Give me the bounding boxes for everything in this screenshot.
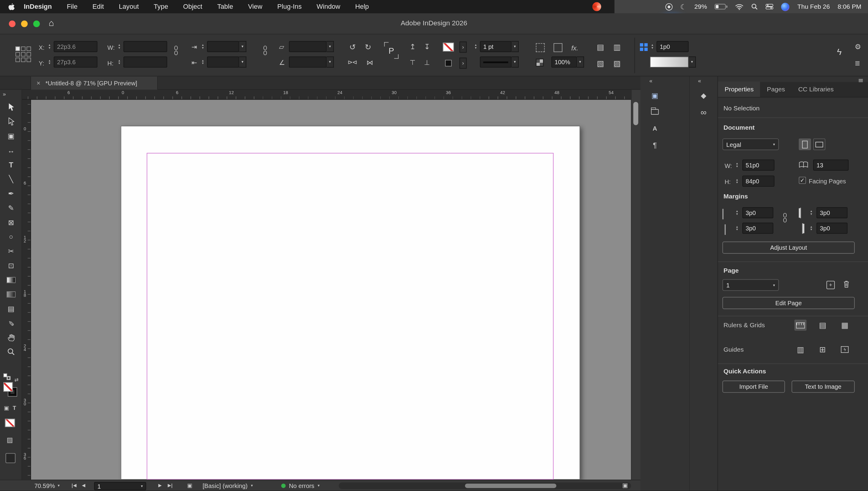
pencil-tool[interactable]: ✎: [0, 201, 22, 215]
stroke-style-combo[interactable]: [480, 56, 512, 67]
column-guides-icon[interactable]: ▥: [795, 344, 807, 355]
smart-guides-icon[interactable]: ϟ: [839, 344, 851, 355]
control-center-icon[interactable]: [766, 4, 774, 9]
screen-mode-button[interactable]: [5, 453, 16, 463]
doc-w-stepper[interactable]: [735, 160, 740, 171]
eyedropper-tool[interactable]: ✎: [0, 316, 22, 330]
fill-color-swatch[interactable]: [445, 60, 452, 66]
pen-tool[interactable]: ✒: [0, 186, 22, 201]
frame-options-icon[interactable]: [554, 43, 562, 52]
first-page-button[interactable]: ◀: [72, 484, 76, 488]
gear-icon[interactable]: ⚙: [855, 43, 861, 50]
opacity-caret[interactable]: [577, 56, 584, 67]
page-fit-icon[interactable]: ▣: [622, 483, 628, 489]
y-stepper[interactable]: [47, 56, 52, 67]
focus-moon-icon[interactable]: ☾: [680, 3, 687, 10]
scale-x-combo[interactable]: [207, 41, 239, 52]
scale-y-caret[interactable]: [239, 56, 246, 67]
paragraph-styles-panel-icon[interactable]: ¶: [647, 139, 662, 152]
stroke-weight-combo[interactable]: 1 pt: [480, 41, 512, 52]
fill-proxy-none-swatch[interactable]: [3, 382, 13, 392]
doc-h-stepper[interactable]: [735, 176, 740, 187]
orientation-landscape-button[interactable]: [813, 139, 825, 150]
menubar-app-name[interactable]: InDesign: [24, 3, 52, 10]
menu-help[interactable]: Help: [355, 3, 369, 10]
margin-top-field[interactable]: 3p0: [742, 207, 773, 219]
stroke-weight-caret[interactable]: [512, 41, 519, 52]
stroke-style-caret[interactable]: [512, 56, 519, 67]
margin-top-stepper[interactable]: [735, 207, 740, 219]
swap-fill-stroke-icon[interactable]: ⇄: [14, 378, 19, 383]
text-wrap-none-icon[interactable]: ▤: [597, 43, 604, 51]
add-page-button[interactable]: +: [827, 281, 835, 289]
hand-tool[interactable]: [0, 330, 22, 345]
text-to-image-button[interactable]: Text to Image: [792, 381, 855, 393]
margin-right-field[interactable]: 3p0: [816, 207, 847, 219]
expand-dock-icon[interactable]: «: [649, 78, 652, 84]
rotate-cw-button[interactable]: ↻: [365, 43, 371, 51]
swatch-preview-combo[interactable]: [650, 56, 689, 67]
apply-gradient-icon[interactable]: ▨: [7, 436, 13, 443]
note-tool[interactable]: ▤: [0, 301, 22, 316]
anchor-top-icon[interactable]: ⊤: [410, 59, 415, 66]
create-guides-icon[interactable]: ⊞: [816, 344, 829, 355]
selection-tool[interactable]: [0, 100, 22, 114]
gap-tool[interactable]: ↔: [0, 143, 22, 157]
menu-edit[interactable]: Edit: [93, 3, 104, 10]
x-stepper[interactable]: [47, 41, 52, 52]
constrain-scale-link-icon[interactable]: [262, 46, 268, 56]
menubar-date[interactable]: Thu Feb 26: [797, 3, 830, 10]
menu-window[interactable]: Window: [317, 3, 340, 10]
screen-record-icon[interactable]: [665, 3, 673, 10]
swatch-preview-caret[interactable]: [689, 56, 696, 67]
type-tool[interactable]: T: [0, 157, 22, 172]
tab-properties[interactable]: Properties: [718, 81, 760, 97]
rectangle-frame-tool[interactable]: ⊠: [0, 215, 22, 230]
document-tab[interactable]: × *Untitled-8 @ 71% [GPU Preview]: [30, 76, 158, 90]
y-field[interactable]: 27p3.6: [54, 56, 97, 67]
preflight-doc-icon[interactable]: ▣: [187, 483, 192, 489]
opacity-combo[interactable]: 100%: [551, 56, 577, 67]
menu-layout[interactable]: Layout: [119, 3, 138, 10]
doc-width-field[interactable]: 51p0: [742, 160, 775, 171]
margin-left-stepper[interactable]: [809, 223, 814, 234]
margin-left-field[interactable]: 3p0: [816, 223, 847, 234]
rotation-caret[interactable]: [327, 56, 334, 67]
adjust-layout-button[interactable]: Adjust Layout: [722, 241, 855, 254]
align-up-icon[interactable]: ↥: [410, 43, 415, 50]
collapse-tools-icon[interactable]: »: [3, 91, 6, 97]
layers-panel-icon[interactable]: ◆: [696, 89, 711, 102]
zoom-level-select[interactable]: 70.59%: [34, 480, 60, 491]
menu-object[interactable]: Object: [183, 3, 202, 10]
horizontal-scrollbar[interactable]: [465, 484, 556, 488]
apple-menu-icon[interactable]: [8, 2, 15, 11]
default-stroke-swatch[interactable]: [7, 376, 10, 380]
spotlight-search-icon[interactable]: [751, 3, 758, 10]
spacing-field[interactable]: 1p0: [656, 41, 689, 52]
h-stepper[interactable]: [117, 56, 122, 67]
free-transform-tool[interactable]: ⊡: [0, 258, 22, 272]
doc-height-field[interactable]: 84p0: [742, 176, 775, 187]
siri-icon[interactable]: [781, 2, 789, 11]
orientation-portrait-button[interactable]: [799, 139, 811, 150]
scale-x-stepper[interactable]: [200, 41, 206, 52]
tab-cc-libraries[interactable]: CC Libraries: [792, 81, 840, 97]
flip-horizontal-button[interactable]: ⊳⊲: [347, 59, 356, 65]
next-page-button[interactable]: ▶: [158, 484, 161, 488]
page-tool[interactable]: ▣: [0, 128, 22, 143]
constrain-proportions-link-icon[interactable]: [173, 46, 179, 56]
menu-table[interactable]: Table: [217, 3, 233, 10]
text-wrap-bounding-icon[interactable]: ▥: [613, 43, 621, 51]
links-folder-panel-icon[interactable]: [647, 105, 662, 118]
grid-layout-icon[interactable]: [640, 43, 648, 51]
current-page-select[interactable]: 1: [722, 279, 779, 291]
menu-view[interactable]: View: [248, 3, 262, 10]
spacing-stepper[interactable]: [650, 41, 655, 52]
reference-point-grid[interactable]: [16, 47, 31, 62]
menu-plugins[interactable]: Plug-Ins: [277, 3, 302, 10]
quick-apply-lightning-icon[interactable]: ϟ: [837, 48, 842, 56]
anchor-bottom-icon[interactable]: ⊥: [424, 59, 430, 66]
corner-options-icon[interactable]: [536, 43, 545, 52]
direct-selection-tool[interactable]: [0, 114, 22, 128]
character-styles-panel-icon[interactable]: A: [647, 122, 662, 135]
